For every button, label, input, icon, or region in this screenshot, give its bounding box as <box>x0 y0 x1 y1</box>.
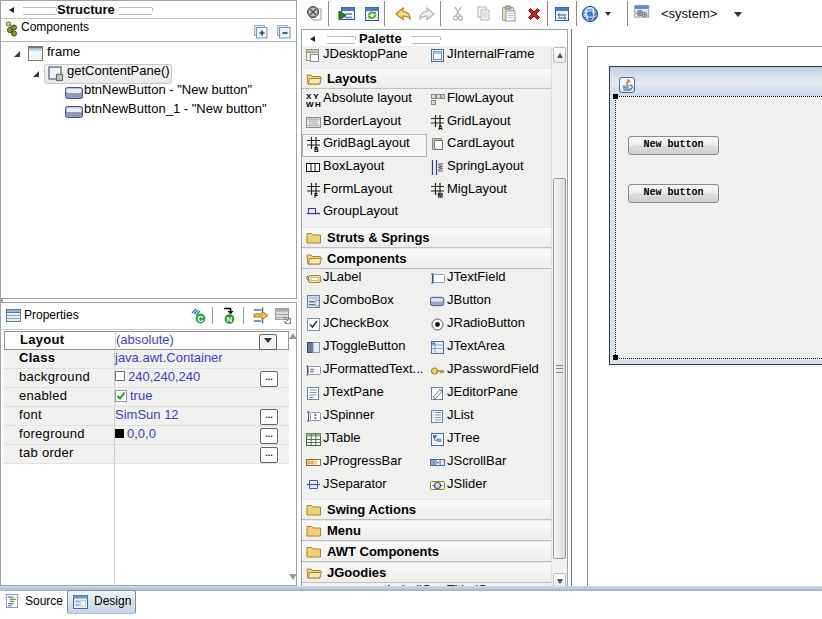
svg-text:A: A <box>438 124 443 130</box>
svg-text:C: C <box>197 314 203 324</box>
svg-text:M: M <box>438 192 443 198</box>
svg-text:F: F <box>314 192 318 198</box>
svg-text:B: B <box>314 146 319 152</box>
svg-text:WH: WH <box>306 100 321 108</box>
svg-text:N: N <box>227 315 233 324</box>
svg-text:#: # <box>310 367 314 374</box>
